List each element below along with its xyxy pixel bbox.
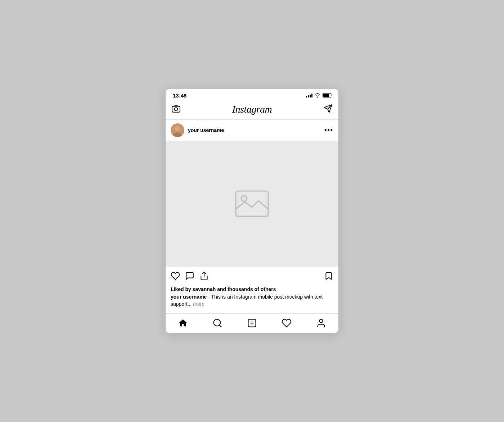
app-title: Instagram: [232, 104, 272, 115]
battery-icon: [323, 93, 331, 97]
nav-home[interactable]: [178, 318, 188, 328]
comment-button[interactable]: [185, 271, 194, 282]
likes-text: Liked by savannah and thousands of other…: [171, 286, 333, 292]
status-icons: [306, 93, 331, 98]
post-username[interactable]: your username: [188, 127, 224, 133]
post-user-info: your username: [171, 123, 224, 137]
status-time: 13:48: [173, 92, 186, 99]
avatar[interactable]: [171, 123, 184, 137]
svg-point-4: [175, 126, 180, 131]
caption-username[interactable]: your username: [171, 294, 207, 300]
app-header: Instagram: [166, 101, 338, 120]
save-button[interactable]: [324, 271, 333, 282]
camera-button[interactable]: [171, 104, 181, 115]
image-placeholder: [234, 189, 270, 218]
svg-line-10: [219, 325, 221, 327]
post-header: your username •••: [166, 120, 338, 141]
status-bar: 13:48: [166, 89, 338, 101]
nav-search[interactable]: [212, 318, 222, 328]
caption-text: your username - This is an Instagram mob…: [171, 294, 333, 308]
svg-point-1: [175, 108, 178, 111]
send-button[interactable]: [323, 104, 333, 115]
signal-icon: [306, 93, 312, 97]
left-actions: [171, 271, 209, 282]
svg-rect-6: [236, 191, 268, 216]
post-image: [166, 141, 338, 267]
post-actions: [166, 267, 338, 285]
share-button[interactable]: [199, 271, 209, 282]
svg-point-7: [241, 196, 247, 201]
svg-rect-0: [172, 106, 180, 112]
nav-add[interactable]: [247, 318, 257, 328]
nav-activity[interactable]: [282, 318, 292, 328]
wifi-icon: [315, 93, 320, 98]
svg-point-14: [319, 319, 323, 323]
more-options-button[interactable]: •••: [324, 126, 333, 134]
phone-frame: 13:48: [166, 89, 338, 333]
like-button[interactable]: [171, 271, 180, 282]
post-info: Liked by savannah and thousands of other…: [166, 285, 338, 313]
more-link[interactable]: more: [193, 301, 204, 307]
bottom-nav: [166, 313, 338, 333]
nav-profile[interactable]: [316, 318, 326, 328]
